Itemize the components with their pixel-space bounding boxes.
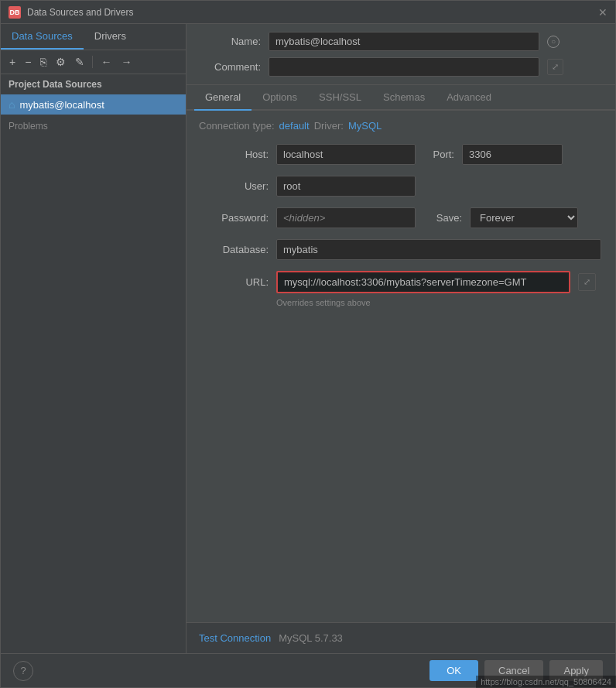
datasource-item-label: mybatis@localhost [19, 99, 104, 111]
problems-section: Problems [1, 115, 186, 138]
password-input[interactable]: <hidden> [276, 207, 416, 228]
tab-ssh-ssl[interactable]: SSH/SSL [308, 85, 372, 111]
add-button[interactable]: + [5, 53, 19, 70]
problems-label: Problems [9, 121, 48, 132]
left-toolbar: + − ⎘ ⚙ ✎ ← → [1, 50, 186, 74]
connection-type-value[interactable]: default [279, 120, 310, 132]
copy-button[interactable]: ⎘ [36, 53, 50, 70]
content-tabs-row: General Options SSH/SSL Schemas Advanced [187, 85, 615, 111]
tab-options[interactable]: Options [252, 85, 308, 111]
general-tab-content: Connection type: default Driver: MySQL H… [187, 111, 615, 622]
remove-button[interactable]: − [21, 53, 35, 70]
toolbar-separator [92, 56, 93, 68]
tab-schemas[interactable]: Schemas [372, 85, 436, 111]
main-content: Data Sources Drivers + − ⎘ ⚙ ✎ ← → Proje… [1, 24, 615, 653]
forward-button[interactable]: → [117, 53, 135, 70]
left-tab-bar: Data Sources Drivers [1, 24, 186, 50]
form-header: Name: ○ Comment: ⤢ [187, 24, 615, 85]
main-window: DB Data Sources and Drivers ✕ Data Sourc… [0, 0, 616, 688]
edit-button[interactable]: ✎ [71, 53, 88, 70]
comment-row: Comment: ⤢ [199, 57, 603, 77]
user-row: User: [199, 176, 603, 197]
override-hint: Overrides settings above [276, 298, 603, 307]
title-bar-text: Data Sources and Drivers [27, 7, 598, 18]
section-header: Project Data Sources [1, 74, 186, 94]
left-panel: Data Sources Drivers + − ⎘ ⚙ ✎ ← → Proje… [1, 24, 187, 653]
port-label: Port: [423, 149, 454, 160]
name-row: Name: ○ [199, 32, 603, 51]
comment-input[interactable] [269, 57, 539, 77]
password-row: Password: <hidden> Save: Forever Until r… [199, 207, 603, 228]
user-label: User: [199, 180, 269, 192]
close-button[interactable]: ✕ [598, 6, 607, 19]
title-bar: DB Data Sources and Drivers ✕ [1, 1, 615, 24]
ok-button[interactable]: OK [429, 660, 478, 681]
name-label: Name: [199, 36, 261, 47]
url-row: URL: ⤢ [199, 271, 603, 293]
right-panel: Name: ○ Comment: ⤢ General Options SSH/S… [187, 24, 615, 653]
database-input[interactable] [276, 239, 601, 260]
app-icon: DB [9, 6, 21, 19]
url-expand-button[interactable]: ⤢ [578, 273, 596, 291]
tab-data-sources[interactable]: Data Sources [1, 24, 84, 50]
connection-type-row: Connection type: default Driver: MySQL [199, 120, 603, 132]
database-label: Database: [199, 244, 269, 255]
test-connection-button[interactable]: Test Connection [199, 629, 271, 647]
watermark: https://blog.csdn.net/qq_50806424 [476, 676, 616, 688]
url-input[interactable] [276, 271, 570, 293]
port-input[interactable] [462, 144, 563, 165]
tab-advanced[interactable]: Advanced [436, 85, 502, 111]
url-label: URL: [199, 276, 269, 288]
datasource-item-mybatis[interactable]: ⌂ mybatis@localhost [1, 94, 186, 115]
host-input[interactable] [276, 144, 416, 165]
save-label: Save: [423, 212, 462, 224]
comment-label: Comment: [199, 61, 261, 73]
host-port-row: Host: Port: [199, 144, 603, 165]
db-icon: ⌂ [9, 98, 15, 111]
tab-general[interactable]: General [194, 85, 252, 111]
help-button[interactable]: ? [13, 661, 33, 681]
name-status-icon: ○ [547, 36, 560, 48]
name-input[interactable] [269, 32, 539, 51]
footer-left: ? [13, 661, 423, 681]
tab-drivers[interactable]: Drivers [84, 24, 137, 50]
back-button[interactable]: ← [97, 53, 115, 70]
comment-expand-button[interactable]: ⤢ [547, 59, 563, 75]
driver-value[interactable]: MySQL [348, 120, 382, 132]
mysql-version-label: MySQL 5.7.33 [279, 632, 343, 644]
bottom-bar: Test Connection MySQL 5.7.33 [187, 622, 615, 653]
database-row: Database: [199, 239, 603, 260]
settings-button[interactable]: ⚙ [52, 53, 70, 70]
host-label: Host: [199, 149, 269, 160]
save-select[interactable]: Forever Until restart Never [470, 207, 578, 228]
connection-type-label: Connection type: [199, 120, 275, 132]
password-label: Password: [199, 212, 269, 224]
user-input[interactable] [276, 176, 416, 197]
driver-label: Driver: [314, 120, 344, 132]
